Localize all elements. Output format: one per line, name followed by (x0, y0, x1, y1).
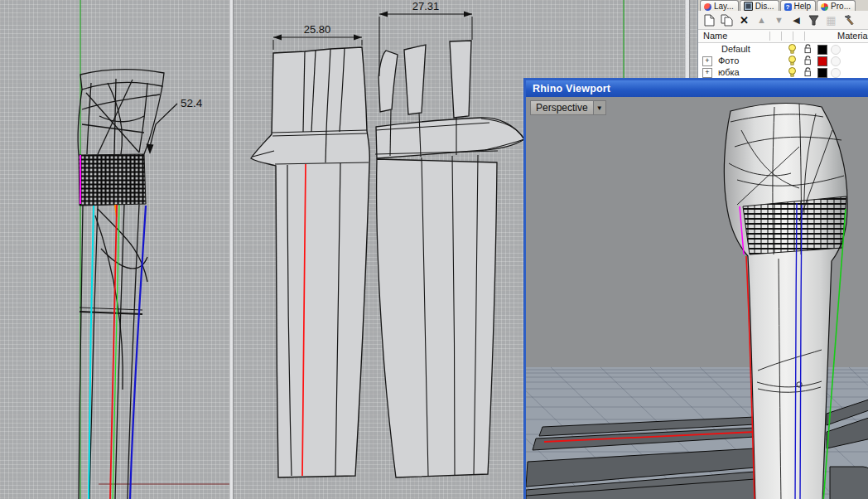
material-circle[interactable] (831, 45, 841, 55)
move-back-icon[interactable]: ◀ (790, 14, 803, 27)
dimension-25-80[interactable]: 25.80 (273, 23, 362, 50)
dimension-25-80-text[interactable]: 25.80 (304, 23, 331, 36)
material-circle[interactable] (831, 68, 841, 78)
lightbulb-on-icon[interactable] (788, 67, 797, 77)
expand-plus-icon[interactable]: + (702, 56, 712, 66)
layer-color-swatch[interactable] (817, 68, 827, 78)
delete-layer-icon[interactable]: ✕ (738, 14, 750, 27)
layer-row-foto[interactable]: + Фото (698, 55, 868, 66)
column-name-label: Name (703, 31, 727, 41)
help-icon: ? (784, 3, 792, 11)
unlocked-padlock-icon[interactable] (803, 56, 813, 65)
move-down-icon[interactable]: ▼ (773, 14, 785, 27)
lightbulb-on-icon[interactable] (788, 56, 797, 65)
tab-help[interactable]: ? Help (780, 0, 817, 11)
rhino-app-screen: 52.4 (0, 0, 868, 499)
layer-row-yubka[interactable]: + юбка (698, 66, 868, 78)
display-monitor-icon (744, 2, 753, 11)
unlocked-padlock-icon[interactable] (803, 67, 813, 77)
view-selector[interactable]: Perspective ▼ (530, 100, 606, 115)
layer-color-swatch[interactable] (817, 56, 827, 66)
rhino-viewport-window: Rhino Viewport Perspective ▼ (523, 78, 868, 499)
layer-name[interactable]: Фото (718, 56, 739, 65)
column-separator (769, 31, 770, 41)
layers-header: Name Material (698, 30, 868, 43)
tab-help-label: Help (794, 2, 812, 11)
column-separator (793, 31, 793, 41)
lightbulb-on-icon[interactable] (788, 44, 797, 54)
material-circle[interactable] (831, 56, 841, 66)
properties-icon (821, 3, 828, 11)
perspective-3d-canvas[interactable]: x y (526, 97, 868, 499)
side-view-mesh-band[interactable] (79, 154, 146, 206)
tab-properties[interactable]: Pro... (817, 0, 856, 11)
layers-toolbar: ✕ ▲ ▼ ◀ ▦ (698, 11, 868, 30)
front-pattern-piece[interactable] (251, 47, 369, 477)
duplicate-layer-icon[interactable] (721, 14, 733, 27)
tab-display[interactable]: Dis... (740, 0, 779, 11)
tab-display-label: Dis... (755, 2, 774, 11)
perspective-viewport[interactable]: Perspective ▼ (526, 97, 868, 499)
dimension-27-31-text[interactable]: 27.31 (412, 0, 440, 12)
chevron-down-icon[interactable]: ▼ (594, 100, 606, 115)
expand-plus-icon[interactable]: + (702, 68, 712, 78)
back-pattern-piece[interactable] (376, 41, 524, 477)
tab-layers-label: Lay... (714, 2, 734, 11)
layers-sphere-icon (704, 3, 711, 11)
window-title: Rhino Viewport (533, 83, 610, 94)
view-selector-label[interactable]: Perspective (530, 100, 594, 115)
layer-row-default[interactable]: Default (698, 43, 868, 55)
window-titlebar[interactable]: Rhino Viewport (526, 80, 868, 97)
tab-properties-label: Pro... (831, 2, 851, 11)
move-up-icon[interactable]: ▲ (755, 14, 768, 27)
new-layer-icon[interactable] (703, 14, 716, 27)
column-separator (781, 31, 782, 41)
layer-name[interactable]: Default (721, 44, 750, 54)
tab-layers[interactable]: Lay... (700, 0, 739, 11)
dimension-52-4-text[interactable]: 52.4 (181, 97, 203, 109)
filter-icon[interactable] (808, 14, 820, 27)
layer-name[interactable]: юбка (718, 67, 740, 77)
unlocked-padlock-icon[interactable] (803, 44, 813, 54)
column-material-label: Material (837, 31, 868, 41)
tools-hammer-icon[interactable] (842, 14, 855, 27)
grid-disabled-icon[interactable]: ▦ (825, 14, 837, 27)
panel-tab-strip: Lay... Dis... ? Help Pro... (698, 0, 868, 11)
column-separator (804, 31, 805, 41)
dimension-52-4[interactable]: 52.4 (147, 97, 203, 154)
layers-panel: Lay... Dis... ? Help Pro... ✕ ▲ (697, 0, 868, 78)
left-viewport-canvas[interactable]: 52.4 (0, 0, 229, 499)
layer-color-swatch[interactable] (817, 45, 827, 55)
pants-3d-mesh-band[interactable] (743, 196, 846, 254)
